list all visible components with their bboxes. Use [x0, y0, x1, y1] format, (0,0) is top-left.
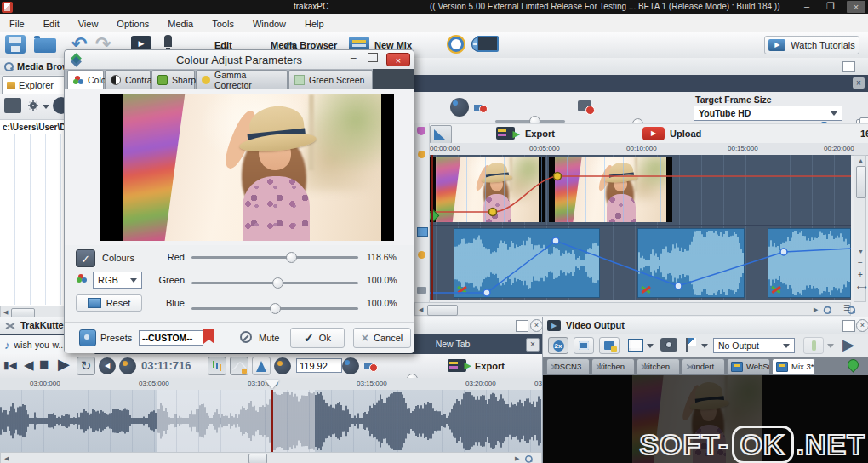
- gear-chevron-icon[interactable]: [43, 105, 49, 109]
- snapshot-camera-icon[interactable]: [660, 338, 677, 352]
- menu-media[interactable]: Media: [158, 19, 203, 29]
- scroll-left-icon[interactable]: ◀: [3, 308, 8, 317]
- mix-export-label[interactable]: Export: [525, 129, 555, 139]
- reset-button[interactable]: Reset: [76, 294, 142, 312]
- audio-automation-curve[interactable]: [414, 228, 851, 300]
- menu-file[interactable]: File: [0, 19, 34, 29]
- video-automation-curve[interactable]: [414, 155, 851, 225]
- mix-vscroll-thumb[interactable]: [856, 166, 866, 198]
- mix-hscrollbar[interactable]: ◀ ▶ ☰: [414, 302, 851, 316]
- automation-wave-icon[interactable]: [230, 357, 248, 375]
- tab-undert[interactable]: undert...: [682, 358, 725, 374]
- fit-window-button[interactable]: [574, 337, 594, 354]
- volume-knob[interactable]: [342, 357, 359, 374]
- tab-gamma-corrector[interactable]: Gamma Corrector: [196, 70, 288, 89]
- brush-tool-icon[interactable]: [417, 127, 425, 135]
- menu-window[interactable]: Window: [243, 19, 295, 29]
- upload-label[interactable]: Upload: [670, 129, 701, 139]
- playhead-marker[interactable]: [266, 380, 279, 389]
- output-play-icon[interactable]: ▶: [842, 335, 854, 354]
- video-output-restore-icon[interactable]: [842, 320, 855, 332]
- fit-view-icon[interactable]: ⟷: [857, 283, 866, 291]
- video-output-close-icon[interactable]: ×: [856, 319, 868, 332]
- blue-slider-thumb[interactable]: [270, 303, 281, 314]
- tutorial-board-icon[interactable]: [477, 36, 499, 52]
- trak-hscrollbar[interactable]: ◀ ▶: [0, 452, 542, 463]
- new-tab-close-icon[interactable]: ×: [526, 338, 540, 352]
- tab-green-screen[interactable]: Green Screen: [288, 70, 373, 89]
- trak-export-icon[interactable]: ▶: [448, 359, 466, 372]
- trak-scroll-left-icon[interactable]: ◀: [4, 454, 9, 463]
- channel-mode-select[interactable]: RGB: [93, 272, 142, 289]
- rewind-icon[interactable]: ◀: [24, 357, 34, 373]
- mix-playhead[interactable]: [431, 155, 433, 300]
- tab-dscn3[interactable]: DSCN3...: [546, 358, 590, 374]
- cancel-button[interactable]: × Cancel: [353, 328, 411, 348]
- loop-icon[interactable]: ↻: [77, 357, 95, 375]
- bookmark-ribbon-icon[interactable]: [203, 329, 214, 344]
- marker-dot-icon[interactable]: [418, 151, 425, 158]
- record-knob[interactable]: [119, 357, 136, 374]
- gear-icon[interactable]: [27, 100, 39, 111]
- menu-view[interactable]: View: [69, 19, 108, 29]
- play-icon[interactable]: ▶: [58, 355, 70, 374]
- new-tab-label[interactable]: New Tab: [419, 339, 487, 349]
- green-slider-thumb[interactable]: [272, 277, 283, 289]
- mix-scroll-up-icon[interactable]: ▲: [858, 157, 864, 165]
- minimize-icon[interactable]: –: [800, 0, 814, 13]
- mix-ruler[interactable]: 00:00:000 00:05:000 00:10:000 00:15:000 …: [414, 143, 868, 156]
- presets-icon[interactable]: [79, 329, 96, 346]
- audio-volume-slider[interactable]: [495, 120, 565, 123]
- open-folder-icon[interactable]: [34, 38, 56, 53]
- dialog-maximize-icon[interactable]: [368, 53, 378, 62]
- dialog-close-icon[interactable]: ×: [386, 53, 410, 66]
- audio-knob[interactable]: [450, 98, 469, 117]
- tab-contrast[interactable]: Contrast: [105, 70, 151, 89]
- trak-export-label[interactable]: Export: [475, 361, 505, 371]
- panel-restore-icon[interactable]: [842, 61, 855, 72]
- restore-icon[interactable]: ❐: [824, 0, 837, 13]
- video-mute-icon[interactable]: [578, 100, 591, 111]
- location-pin-icon[interactable]: [845, 357, 860, 372]
- trak-playhead-line[interactable]: [271, 390, 273, 452]
- target-frame-size-select[interactable]: YouTube HD: [694, 106, 842, 121]
- tab-kitchen-1[interactable]: kitchen...: [591, 358, 635, 374]
- stop-icon[interactable]: ■: [39, 355, 49, 374]
- trak-ruler[interactable]: 03:00:000 03:05:000 03:10:000 03:15:000 …: [0, 378, 542, 391]
- grid-overlay-icon[interactable]: [628, 339, 643, 352]
- mute-audio-icon[interactable]: [474, 101, 488, 113]
- tab-colours[interactable]: Colours: [67, 70, 104, 89]
- track-collapse-icon[interactable]: ▼: [858, 248, 864, 256]
- image-tool-icon[interactable]: [417, 227, 428, 237]
- green-slider[interactable]: [191, 282, 358, 284]
- menu-edit[interactable]: Edit: [34, 19, 69, 29]
- output-device-select[interactable]: No Output: [713, 338, 795, 353]
- printer-icon[interactable]: [417, 287, 426, 294]
- render-quality-button[interactable]: [803, 337, 824, 354]
- mix-scroll-thumb[interactable]: [427, 305, 458, 316]
- marker-dot-icon2[interactable]: [418, 251, 425, 259]
- return-start-knob[interactable]: ◀: [99, 357, 116, 374]
- save-icon[interactable]: [5, 35, 26, 54]
- zoom-2x-button[interactable]: 2x: [548, 337, 568, 354]
- tab-mix3-active[interactable]: Mix 3*: [772, 358, 815, 374]
- stop-media-icon[interactable]: [4, 98, 21, 113]
- track-minus-icon[interactable]: −: [858, 258, 863, 267]
- dialog-titlebar[interactable]: Colour Adjust Parameters – ×: [65, 50, 414, 70]
- trak-waveform-area[interactable]: [0, 390, 542, 452]
- blue-slider[interactable]: [191, 307, 358, 310]
- ruler-tool-icon[interactable]: [430, 125, 452, 144]
- mixer-bars-icon[interactable]: [208, 357, 226, 375]
- trakkutter-close-icon[interactable]: ×: [530, 319, 543, 332]
- mute-effect-icon[interactable]: [240, 331, 252, 343]
- tab-explorer[interactable]: Explorer: [2, 76, 70, 94]
- menu-options[interactable]: Options: [107, 19, 158, 29]
- colours-checkbox[interactable]: ✓: [76, 249, 95, 267]
- ok-button[interactable]: ✓ Ok: [290, 328, 345, 348]
- mix-scroll-right-icon[interactable]: ▶: [814, 306, 818, 314]
- menu-help[interactable]: Help: [295, 19, 334, 29]
- upload-youtube-icon[interactable]: ▶: [642, 127, 665, 140]
- tab-sharpen[interactable]: Sharpen: [151, 70, 195, 89]
- zoom-in-icon[interactable]: [823, 306, 831, 314]
- mute-label[interactable]: Mute: [259, 333, 279, 343]
